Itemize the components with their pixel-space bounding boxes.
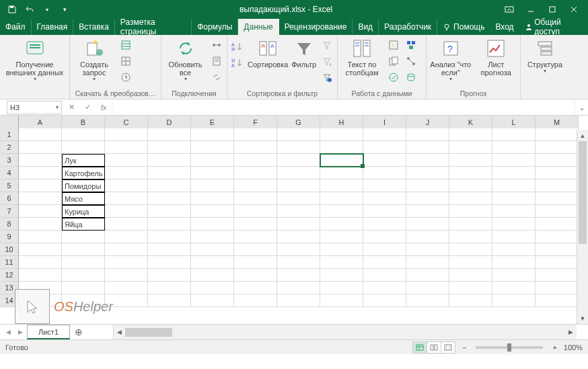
cell[interactable] — [234, 192, 277, 205]
flash-fill-button[interactable] — [386, 38, 401, 52]
cell[interactable] — [449, 128, 492, 141]
cell[interactable] — [320, 282, 363, 294]
cell[interactable] — [277, 256, 320, 269]
clear-filter-button[interactable] — [320, 38, 334, 52]
cell[interactable] — [536, 256, 579, 269]
cell[interactable] — [19, 179, 62, 192]
cell[interactable] — [363, 179, 406, 192]
column-header[interactable]: A — [19, 116, 62, 130]
tab-file[interactable]: Файл — [0, 19, 32, 35]
cell[interactable] — [492, 218, 536, 231]
manage-data-model-button[interactable] — [404, 70, 418, 85]
cell[interactable] — [449, 282, 492, 294]
column-header[interactable]: D — [148, 116, 191, 130]
qat-customize[interactable]: ▾ — [57, 2, 73, 17]
sort-button[interactable]: ЯAСортировка — [248, 36, 288, 69]
cell[interactable] — [105, 294, 148, 307]
cell[interactable] — [148, 282, 191, 294]
cell[interactable] — [320, 218, 363, 231]
cell[interactable] — [492, 192, 536, 205]
cell[interactable] — [148, 218, 191, 231]
cell[interactable] — [234, 231, 277, 243]
column-header[interactable]: C — [105, 116, 148, 130]
cell[interactable] — [363, 282, 406, 294]
cell[interactable] — [105, 179, 148, 192]
enter-formula-button[interactable]: ✓ — [79, 100, 96, 115]
column-header[interactable]: G — [277, 116, 320, 130]
close-button[interactable] — [564, 2, 584, 17]
cell[interactable] — [234, 154, 277, 167]
cell[interactable] — [19, 205, 62, 218]
cell[interactable] — [62, 294, 105, 307]
cell[interactable] — [148, 294, 191, 307]
column-header[interactable]: E — [191, 116, 234, 130]
cell[interactable] — [105, 231, 148, 243]
cell[interactable] — [536, 205, 579, 218]
cell[interactable] — [449, 141, 492, 154]
row-header[interactable]: 5 — [0, 179, 19, 192]
new-query-button[interactable]: Создать запрос ▾ — [73, 36, 116, 83]
cell[interactable] — [191, 231, 234, 243]
row-header[interactable]: 2 — [0, 141, 19, 154]
cell[interactable] — [234, 218, 277, 231]
properties-button[interactable] — [209, 54, 224, 69]
cell[interactable] — [234, 167, 277, 179]
page-break-view-button[interactable] — [441, 341, 455, 354]
row-header[interactable]: 10 — [0, 243, 19, 256]
row-header[interactable]: 11 — [0, 256, 19, 269]
vscroll-thumb[interactable] — [579, 141, 587, 244]
formula-input[interactable] — [112, 101, 575, 114]
scroll-left-button[interactable]: ◀ — [114, 325, 125, 339]
text-to-columns-button[interactable]: Текст по столбцам — [340, 36, 383, 77]
cell[interactable] — [105, 154, 148, 167]
cell[interactable] — [492, 269, 536, 282]
cell[interactable] — [234, 205, 277, 218]
cell[interactable] — [148, 231, 191, 243]
cell[interactable] — [492, 141, 536, 154]
cancel-formula-button[interactable]: ✕ — [63, 100, 79, 115]
undo-button[interactable] — [22, 2, 38, 17]
tab-insert[interactable]: Вставка — [73, 19, 115, 35]
cell[interactable] — [320, 128, 363, 141]
cell[interactable] — [492, 205, 536, 218]
cell[interactable] — [191, 141, 234, 154]
cell[interactable] — [277, 128, 320, 141]
cell[interactable] — [148, 141, 191, 154]
cell[interactable] — [148, 205, 191, 218]
cell[interactable] — [62, 282, 105, 294]
cell[interactable] — [320, 141, 363, 154]
cell[interactable] — [406, 256, 449, 269]
cell[interactable] — [105, 205, 148, 218]
cell[interactable] — [536, 128, 579, 141]
cell[interactable] — [363, 294, 406, 307]
cell[interactable] — [320, 192, 363, 205]
cell[interactable] — [449, 192, 492, 205]
cell[interactable] — [105, 269, 148, 282]
cell[interactable] — [148, 192, 191, 205]
sort-az-button[interactable]: AЯ — [230, 39, 245, 54]
cell[interactable] — [19, 167, 62, 179]
save-button[interactable] — [4, 2, 20, 17]
cell[interactable] — [19, 218, 62, 231]
from-table-button[interactable] — [118, 54, 133, 69]
recent-sources-button[interactable] — [118, 70, 133, 85]
cell[interactable] — [320, 269, 363, 282]
remove-duplicates-button[interactable] — [386, 54, 401, 69]
column-header[interactable]: I — [363, 116, 406, 130]
redo-dropdown[interactable]: ▾ — [39, 2, 55, 17]
cell[interactable] — [234, 294, 277, 307]
cell[interactable] — [449, 218, 492, 231]
cell[interactable] — [62, 243, 105, 256]
row-header[interactable]: 7 — [0, 205, 19, 218]
column-header[interactable]: J — [406, 116, 449, 130]
cell[interactable] — [19, 192, 62, 205]
cell[interactable] — [105, 243, 148, 256]
hscroll-thumb[interactable] — [125, 328, 172, 337]
cell[interactable] — [148, 269, 191, 282]
sheet-nav-next[interactable]: ▶ — [15, 325, 26, 339]
row-header[interactable]: 3 — [0, 154, 19, 167]
column-header[interactable]: H — [320, 116, 363, 130]
cell[interactable] — [449, 167, 492, 179]
cell[interactable] — [406, 141, 449, 154]
cell[interactable] — [191, 154, 234, 167]
